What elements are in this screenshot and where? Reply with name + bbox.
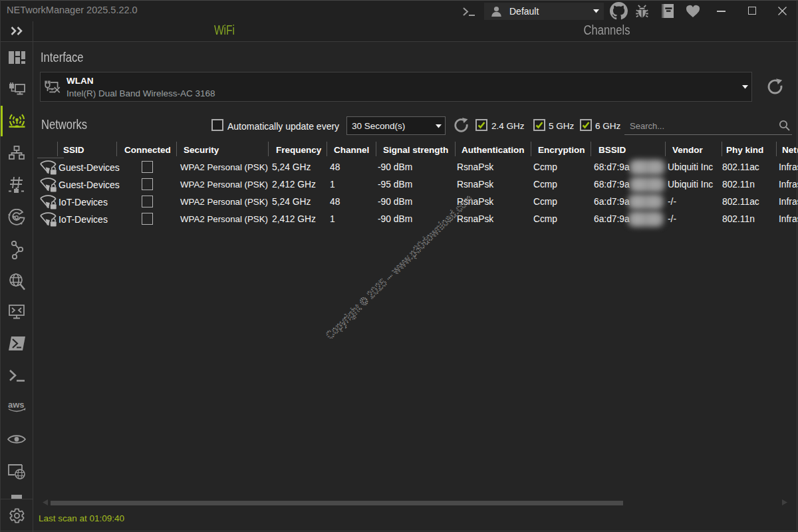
svg-text:Copyright © 2025 – www.p30down: Copyright © 2025 – www.p30download.com bbox=[323, 192, 475, 341]
svg-text:aws: aws bbox=[8, 400, 25, 410]
